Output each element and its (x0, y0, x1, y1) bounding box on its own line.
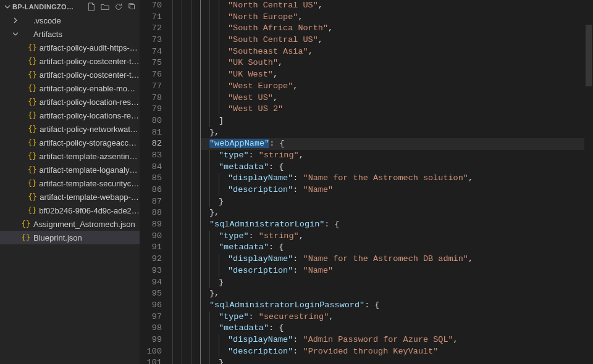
file-item[interactable]: {}Assignment_Astromech.json (0, 217, 140, 231)
json-file-icon: {} (28, 57, 37, 65)
tree-item-label: artifact-policy-locations-reso… (40, 111, 140, 120)
json-file-icon: {} (28, 125, 37, 133)
line-number: 93 (140, 265, 162, 277)
line-number: 83 (140, 150, 162, 162)
line-number: 94 (140, 277, 162, 289)
file-item-selected[interactable]: {}Blueprint.json (0, 231, 140, 244)
file-item[interactable]: {}artifact-policy-costcenter-tag… (0, 54, 140, 68)
json-file-icon: {} (28, 43, 37, 52)
tree-item-label: artifact-template-azsentinel--… (40, 152, 140, 161)
tree-item-label: artifact-policy-audit-https-we… (40, 43, 140, 52)
line-number: 88 (140, 207, 162, 219)
line-number: 87 (140, 196, 162, 208)
tree-item-label: bf02b246-9f06-4d9c-ade2-10… (39, 206, 140, 215)
line-number: 78 (140, 93, 162, 104)
file-item[interactable]: {}bf02b246-9f06-4d9c-ade2-10… (0, 204, 140, 217)
line-number: 95 (140, 288, 162, 300)
line-number: 90 (140, 231, 162, 242)
tree-item-label: Artifacts (33, 30, 62, 39)
file-item[interactable]: {}artifact-policy-storageaccoun… (0, 136, 140, 149)
code-editor[interactable]: 7071727374757677787980818283848586878889… (140, 0, 593, 364)
line-number: 84 (140, 162, 162, 173)
json-file-icon: {} (28, 138, 37, 147)
line-number: 79 (140, 104, 162, 115)
refresh-icon[interactable] (114, 2, 124, 12)
line-number: 74 (140, 46, 162, 58)
line-number: 81 (140, 127, 162, 139)
line-number: 85 (140, 173, 162, 184)
file-item[interactable]: {}artifact-template-azsentinel--… (0, 149, 140, 163)
file-item[interactable]: {}artifact-policy-audit-https-we… (0, 41, 140, 54)
line-number: 71 (140, 12, 162, 23)
new-file-icon[interactable] (86, 2, 96, 12)
file-item[interactable]: {}artifact-template-securitycent… (0, 176, 140, 190)
file-item[interactable]: {}artifact-template-loganalytics… (0, 163, 140, 176)
line-number: 91 (140, 242, 162, 254)
workspace-title: BP-LANDINGZO… (12, 3, 86, 10)
line-number: 80 (140, 115, 162, 127)
line-number-gutter: 7071727374757677787980818283848586878889… (140, 0, 169, 364)
tree-item-label: artifact-policy-networkwatch… (40, 125, 140, 134)
chevron-down-icon[interactable] (4, 4, 11, 10)
json-file-icon: {} (28, 192, 37, 201)
file-explorer-sidebar: BP-LANDINGZO… .vscodeArtifacts{}artifact… (0, 0, 140, 364)
line-number: 73 (140, 35, 162, 46)
fold-gutter (169, 0, 200, 364)
tree-item-label: Assignment_Astromech.json (33, 220, 135, 229)
folder-item[interactable]: .vscode (0, 14, 140, 27)
line-number: 100 (140, 346, 162, 358)
json-file-icon: {} (28, 152, 37, 160)
tree-item-label: Blueprint.json (33, 233, 82, 242)
file-item[interactable]: {}artifact-policy-networkwatch… (0, 122, 140, 136)
chevron-down-icon (12, 31, 20, 37)
json-file-icon: {} (28, 111, 37, 120)
file-item[interactable]: {}artifact-policy-location-resou… (0, 95, 140, 109)
json-file-icon: {} (21, 233, 31, 242)
line-number: 77 (140, 81, 162, 93)
line-number: 99 (140, 334, 162, 346)
json-file-icon: {} (28, 97, 37, 106)
chevron-right-icon (12, 17, 20, 23)
vertical-scrollbar[interactable] (584, 0, 593, 364)
json-file-icon: {} (28, 206, 36, 215)
tree-item-label: artifact-template-loganalytics… (39, 165, 140, 175)
new-folder-icon[interactable] (100, 2, 110, 12)
tree-item-label: artifact-template-securitycent… (39, 179, 140, 188)
line-number: 76 (140, 69, 162, 81)
json-file-icon: {} (21, 220, 31, 228)
tree-item-label: artifact-policy-costcenter-tag… (40, 70, 140, 80)
file-item[interactable]: {}artifact-template-webapp--d… (0, 190, 140, 204)
line-number: 101 (140, 357, 162, 364)
tree-item-label: artifact-template-webapp--d… (40, 192, 140, 202)
line-number: 89 (140, 219, 162, 231)
line-number: 70 (140, 0, 162, 12)
json-file-icon: {} (28, 165, 37, 174)
tree-item-label: artifact-policy-location-resou… (40, 97, 140, 107)
line-number: 86 (140, 184, 162, 196)
code-content[interactable]: "North Central US","North Europe","South… (200, 0, 584, 364)
explorer-header: BP-LANDINGZO… (0, 0, 140, 14)
tree-item-label: artifact-policy-costcenter-tag… (40, 57, 140, 66)
tree-item-label: artifact-policy-enable-monito… (40, 84, 140, 93)
file-tree: .vscodeArtifacts{}artifact-policy-audit-… (0, 14, 140, 364)
file-item[interactable]: {}artifact-policy-locations-reso… (0, 109, 140, 122)
tree-item-label: .vscode (33, 16, 61, 25)
line-number: 72 (140, 23, 162, 35)
line-number: 96 (140, 300, 162, 312)
line-number: 92 (140, 254, 162, 265)
tree-item-label: artifact-policy-storageaccoun… (39, 138, 140, 147)
json-file-icon: {} (28, 70, 37, 79)
json-file-icon: {} (28, 84, 37, 93)
line-number: 82 (140, 138, 162, 150)
folder-item[interactable]: Artifacts (0, 27, 140, 41)
file-item[interactable]: {}artifact-policy-enable-monito… (0, 81, 140, 95)
line-number: 75 (140, 57, 162, 69)
line-number: 97 (140, 312, 162, 323)
line-number: 98 (140, 323, 162, 334)
collapse-all-icon[interactable] (127, 2, 137, 12)
file-item[interactable]: {}artifact-policy-costcenter-tag… (0, 68, 140, 81)
json-file-icon: {} (28, 179, 36, 188)
scrollbar-thumb[interactable] (586, 25, 592, 86)
